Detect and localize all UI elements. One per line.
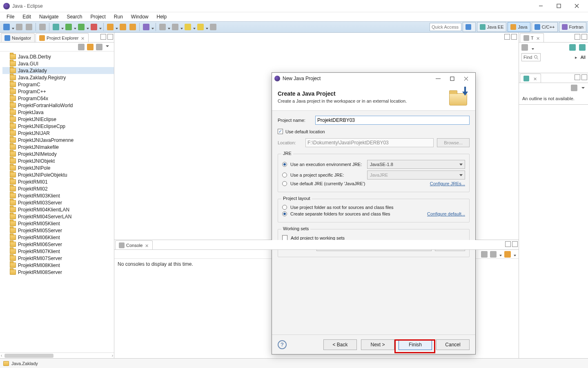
project-tree[interactable]: Java.DB.DerbyJava.GUIJava.ZakladyJava.Za… (0, 52, 114, 352)
run-icon[interactable] (65, 23, 73, 31)
jre-project-specific-radio[interactable] (282, 173, 287, 177)
open-console-icon[interactable] (504, 251, 511, 258)
open-type-dropdown[interactable] (151, 25, 154, 29)
sync-icon[interactable] (579, 44, 586, 51)
minimize-view-icon[interactable] (575, 34, 580, 40)
search-dropdown[interactable] (167, 25, 170, 29)
project-item[interactable]: ProjektRMI08Klient (2, 262, 114, 269)
new-package-dropdown[interactable] (115, 25, 118, 29)
nav-back-icon[interactable] (184, 23, 192, 31)
view-menu-icon[interactable] (105, 44, 111, 50)
collapse-all-icon[interactable] (78, 44, 85, 50)
menu-run[interactable]: Run (110, 13, 127, 20)
maximize-view-icon[interactable] (581, 74, 587, 80)
project-item[interactable]: ProjektJNIJAR (2, 130, 114, 137)
nav-fwd-dropdown[interactable] (205, 25, 208, 29)
tab-console[interactable]: Console ✕ (115, 240, 153, 249)
open-perspective-button[interactable] (463, 22, 476, 32)
perspective-javaee[interactable]: Java EE (477, 22, 507, 32)
project-item[interactable]: Java.Zaklady (2, 67, 114, 74)
perspective-cpp[interactable]: C/C++ (532, 22, 558, 32)
new-folder-icon[interactable] (129, 23, 137, 31)
project-item[interactable]: ProjektRMI03Klient (2, 192, 114, 199)
tab-tasklist[interactable]: T ✕ (520, 33, 544, 42)
project-name-input[interactable] (315, 116, 470, 125)
configure-default-link[interactable]: Configure default... (427, 211, 465, 216)
nav-back-dropdown[interactable] (193, 25, 196, 29)
window-maximize-button[interactable] (550, 0, 568, 12)
maximize-view-icon[interactable] (581, 34, 587, 40)
save-icon[interactable] (15, 23, 23, 31)
outline-sort-icon[interactable] (571, 85, 577, 91)
project-item[interactable]: Java.DB.Derby (2, 53, 114, 60)
debug-dropdown[interactable] (61, 25, 64, 29)
coverage-icon[interactable] (77, 23, 85, 31)
find-input[interactable]: Find (521, 53, 541, 61)
project-item[interactable]: ProjektRMI01 (2, 178, 114, 185)
ext-tools-icon[interactable] (90, 23, 98, 31)
project-item[interactable]: Java.Zaklady.Registry (2, 74, 114, 81)
perspective-java[interactable]: Java (508, 22, 530, 32)
cancel-button[interactable]: Cancel (436, 339, 470, 350)
maximize-view-icon[interactable] (512, 241, 518, 247)
project-item[interactable]: Java.GUI (2, 60, 114, 67)
dialog-minimize-button[interactable]: — (431, 74, 445, 83)
menu-search[interactable]: Search (62, 13, 86, 20)
project-item[interactable]: ProjektFortranHalloWorld (2, 102, 114, 109)
project-item[interactable]: ProjektJNIJavaPromenne (2, 137, 114, 144)
close-icon[interactable]: ✕ (81, 36, 85, 40)
project-item[interactable]: ProjektJNIEclipseCpp (2, 123, 114, 130)
project-item[interactable]: ProjektRMI05Klient (2, 220, 114, 227)
window-minimize-button[interactable] (532, 0, 550, 12)
filter-icon[interactable] (96, 44, 102, 50)
project-item[interactable]: ProjektRMI07Klient (2, 248, 114, 255)
project-item[interactable]: ProjektRMI05Server (2, 227, 114, 234)
horizontal-scrollbar[interactable]: ‹ › (0, 352, 114, 358)
minimize-view-icon[interactable] (100, 34, 106, 40)
maximize-view-icon[interactable] (511, 34, 517, 40)
finish-button[interactable]: Finish (399, 339, 432, 350)
open-console-dropdown[interactable] (513, 252, 516, 256)
all-label[interactable]: All (581, 55, 586, 60)
menu-navigate[interactable]: Navigate (35, 13, 62, 20)
project-item[interactable]: ProjektRMI06Server (2, 241, 114, 248)
nav-fwd-icon[interactable] (196, 23, 205, 31)
new-wizard-dropdown[interactable] (11, 25, 14, 29)
project-item[interactable]: ProjektJNIPole (2, 164, 114, 171)
menu-window[interactable]: Window (127, 13, 153, 20)
dialog-close-button[interactable] (459, 74, 473, 83)
run-dropdown[interactable] (74, 25, 76, 29)
annotation-dropdown[interactable] (180, 25, 183, 29)
annotation-icon[interactable] (171, 23, 179, 31)
minimize-view-icon[interactable] (575, 74, 580, 80)
jre-default-radio[interactable] (282, 181, 287, 186)
project-item[interactable]: ProjektRMI06Klient (2, 234, 114, 241)
tab-navigator[interactable]: Navigator (1, 33, 35, 42)
jre-exec-env-radio[interactable] (282, 162, 287, 167)
project-item[interactable]: ProjektJava (2, 109, 114, 116)
project-item[interactable]: ProjektJNIEclipse (2, 116, 114, 123)
coverage-dropdown[interactable] (86, 25, 89, 29)
minimize-view-icon[interactable] (504, 34, 510, 40)
next-button[interactable]: Next > (361, 339, 394, 350)
close-icon[interactable]: ✕ (533, 76, 537, 81)
help-icon[interactable]: ? (278, 340, 287, 349)
menu-edit[interactable]: Edit (18, 13, 35, 20)
project-item[interactable]: ProgramC64x (2, 95, 114, 102)
perspective-fortran[interactable]: Fortran (559, 22, 586, 32)
console-switch-dropdown[interactable] (499, 252, 502, 256)
back-button[interactable]: < Back (323, 339, 357, 350)
project-item[interactable]: ProjektJNIObjekt (2, 157, 114, 164)
categorize-icon[interactable] (569, 44, 576, 51)
build-icon[interactable] (38, 23, 47, 31)
minimize-view-icon[interactable] (505, 241, 511, 247)
save-all-icon[interactable] (25, 23, 33, 31)
scrollbar-thumb[interactable] (4, 354, 53, 358)
project-item[interactable]: ProjektJNIMetody (2, 150, 114, 157)
jre-exec-env-select[interactable]: JavaSE-1.8 (367, 160, 465, 169)
pin-console-icon[interactable] (481, 251, 488, 258)
new-class-icon[interactable] (119, 23, 127, 31)
quick-access-input[interactable] (430, 23, 461, 31)
link-editor-icon[interactable] (87, 44, 94, 50)
close-icon[interactable]: ✕ (145, 243, 149, 247)
